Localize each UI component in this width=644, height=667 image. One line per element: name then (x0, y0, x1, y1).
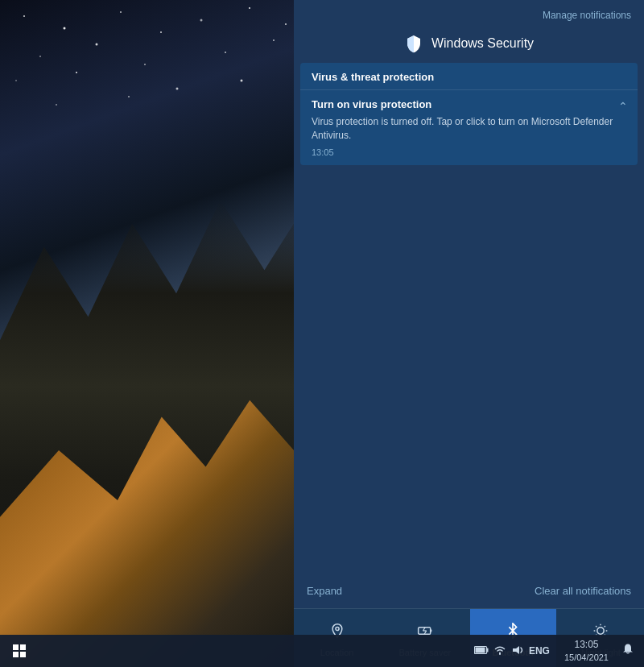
panel-spacer (294, 165, 644, 575)
svg-rect-38 (487, 648, 489, 652)
svg-rect-33 (13, 644, 19, 650)
svg-rect-39 (475, 648, 485, 653)
expand-button[interactable]: Expand (307, 582, 342, 600)
notification-panel: Manage notifications Windows Security Vi… (294, 0, 644, 667)
svg-rect-36 (20, 652, 26, 657)
clear-all-button[interactable]: Clear all notifications (535, 582, 631, 600)
taskbar-left (6, 638, 464, 664)
desktop-wallpaper (0, 0, 294, 667)
notification-item[interactable]: Turn on virus protection Virus protectio… (300, 90, 638, 165)
notification-title: Turn on virus protection (312, 98, 626, 110)
taskbar: ENG 13:05 15/04/2021 (0, 635, 644, 667)
notification-card[interactable]: Virus & threat protection Turn on virus … (300, 63, 638, 165)
app-header: Windows Security (294, 27, 644, 63)
start-button[interactable] (6, 638, 32, 664)
wifi-icon[interactable] (493, 644, 506, 658)
svg-rect-20 (431, 629, 432, 632)
volume-icon[interactable] (511, 644, 524, 658)
svg-rect-34 (20, 644, 26, 650)
svg-line-29 (596, 626, 597, 627)
manage-notifications-link[interactable]: Manage notifications (543, 10, 631, 21)
svg-line-32 (605, 626, 605, 627)
chevron-up-icon: ⌃ (618, 100, 628, 113)
battery-tray-icon[interactable] (474, 644, 489, 657)
notification-time: 13:05 (312, 147, 626, 157)
windows-security-icon (404, 34, 423, 53)
notification-category: Virus & threat protection (300, 63, 638, 90)
clock-time: 13:05 (574, 639, 598, 652)
svg-marker-40 (513, 646, 519, 654)
clock-date: 15/04/2021 (564, 652, 609, 663)
panel-header: Manage notifications (294, 0, 644, 27)
app-name-label: Windows Security (431, 36, 534, 51)
svg-point-18 (336, 627, 339, 630)
system-clock[interactable]: 13:05 15/04/2021 (559, 639, 613, 663)
system-tray: ENG (469, 644, 555, 658)
notification-body: Virus protection is turned off. Tap or c… (312, 115, 626, 143)
svg-rect-35 (13, 652, 19, 657)
language-indicator[interactable]: ENG (529, 645, 550, 657)
svg-point-24 (597, 627, 604, 633)
notification-center-button[interactable] (618, 643, 638, 659)
bottom-actions: Expand Clear all notifications (294, 575, 644, 608)
